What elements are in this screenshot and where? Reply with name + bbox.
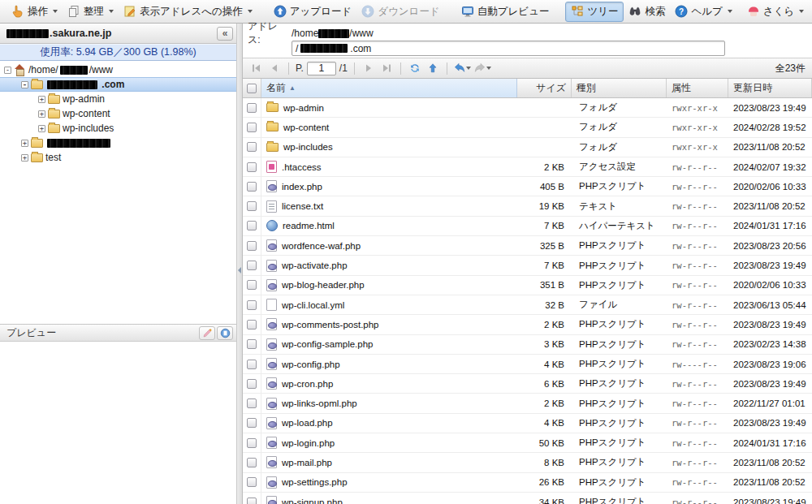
- row-checkbox[interactable]: [247, 379, 257, 389]
- file-name[interactable]: wp-includes: [283, 142, 333, 152]
- page-number-input[interactable]: 1: [307, 62, 336, 75]
- table-row[interactable]: wp-links-opml.php 2 KB PHPスクリプト rw-r--r-…: [243, 394, 812, 413]
- tree-item[interactable]: + wp-content: [0, 106, 236, 121]
- table-row[interactable]: readme.html 7 KB ハイパーテキスト rw-r--r-- 2024…: [243, 217, 812, 236]
- tree-expander-icon[interactable]: -: [21, 81, 28, 88]
- table-row[interactable]: wp-blog-header.php 351 B PHPスクリプト rw-r--…: [243, 276, 812, 295]
- file-name[interactable]: readme.html: [283, 221, 335, 230]
- tree-expander-icon[interactable]: +: [21, 154, 28, 162]
- row-checkbox[interactable]: [247, 241, 257, 251]
- row-checkbox[interactable]: [247, 320, 257, 330]
- next-page-button[interactable]: [361, 61, 376, 76]
- column-header-attr[interactable]: 属性: [667, 79, 728, 97]
- file-name[interactable]: wp-content: [283, 123, 329, 132]
- row-checkbox[interactable]: [247, 398, 257, 408]
- table-row[interactable]: wp-config.php 4 KB PHPスクリプト rw----r-- 20…: [243, 355, 812, 374]
- file-name[interactable]: wp-cli.local.yml: [282, 300, 344, 310]
- first-page-button[interactable]: [249, 61, 264, 76]
- file-name[interactable]: wp-blog-header.php: [282, 280, 365, 290]
- operate-menu-button[interactable]: 操作: [6, 2, 63, 21]
- help-menu-button[interactable]: ? ヘルプ: [670, 2, 736, 21]
- file-name[interactable]: wp-settings.php: [282, 477, 348, 487]
- address-input[interactable]: / .com: [292, 41, 725, 56]
- table-row[interactable]: wp-includes フォルダ rwxr-xr-x 2023/11/08 20…: [243, 138, 812, 157]
- row-checkbox[interactable]: [247, 498, 257, 504]
- table-row[interactable]: wp-load.php 4 KB PHPスクリプト rw-r--r-- 2023…: [243, 414, 812, 433]
- row-checkbox[interactable]: [247, 201, 257, 211]
- file-name[interactable]: wp-load.php: [282, 418, 333, 428]
- select-all-checkbox[interactable]: [247, 84, 257, 93]
- table-row[interactable]: wp-settings.php 26 KB PHPスクリプト rw-r--r--…: [243, 473, 812, 493]
- tree-item[interactable]: + wp-includes: [0, 121, 236, 136]
- search-button[interactable]: 検索: [624, 2, 670, 21]
- address-operations-menu-button[interactable]: 表示アドレスへの操作: [119, 2, 257, 21]
- table-row[interactable]: .htaccess 2 KB アクセス設定 rw-r--r-- 2024/02/…: [243, 157, 812, 177]
- parent-directory-button[interactable]: [425, 61, 440, 76]
- table-row[interactable]: wp-activate.php 7 KB PHPスクリプト rw-r--r-- …: [243, 256, 812, 275]
- row-checkbox[interactable]: [247, 339, 257, 349]
- column-header-date[interactable]: 更新日時: [728, 79, 812, 97]
- organize-menu-button[interactable]: 整理: [63, 2, 119, 21]
- row-checkbox[interactable]: [247, 103, 257, 113]
- file-name[interactable]: wp-links-opml.php: [282, 398, 357, 408]
- row-checkbox[interactable]: [247, 360, 257, 369]
- tree-expander-icon[interactable]: +: [38, 110, 45, 118]
- back-button[interactable]: [454, 61, 471, 76]
- file-name[interactable]: wp-activate.php: [282, 261, 348, 270]
- tree-toggle-button[interactable]: ツリー: [565, 2, 624, 22]
- table-row[interactable]: wp-cron.php 6 KB PHPスクリプト rw-r--r-- 2023…: [243, 374, 812, 394]
- file-name[interactable]: wordfence-waf.php: [282, 241, 361, 251]
- tree-expander-icon[interactable]: +: [38, 96, 45, 103]
- table-row[interactable]: wp-login.php 50 KB PHPスクリプト rw-r--r-- 20…: [243, 433, 812, 453]
- table-row[interactable]: wp-admin フォルダ rwxr-xr-x 2023/08/23 19:49: [243, 98, 812, 118]
- table-row[interactable]: index.php 405 B PHPスクリプト rw-r--r-- 2020/…: [243, 177, 812, 196]
- table-row[interactable]: wordfence-waf.php 325 B PHPスクリプト rw-r--r…: [243, 236, 812, 256]
- file-name[interactable]: wp-config-sample.php: [282, 339, 374, 349]
- row-checkbox[interactable]: [247, 418, 257, 428]
- tree-item[interactable]: + wp-admin: [0, 92, 236, 106]
- preview-edit-button[interactable]: [199, 326, 215, 340]
- file-name[interactable]: wp-login.php: [282, 438, 335, 448]
- table-row[interactable]: wp-config-sample.php 3 KB PHPスクリプト rw-r-…: [243, 335, 812, 355]
- splitter-collapse-icon[interactable]: [238, 267, 241, 274]
- file-name[interactable]: wp-mail.php: [282, 458, 332, 467]
- prev-page-button[interactable]: [267, 61, 282, 76]
- row-checkbox[interactable]: [247, 477, 257, 487]
- file-name[interactable]: wp-signup.php: [282, 498, 343, 504]
- tree-item[interactable]: +: [0, 136, 236, 150]
- tree-item[interactable]: - .com: [0, 77, 236, 92]
- tree-expander-icon[interactable]: +: [21, 140, 28, 147]
- sidebar-collapse-button[interactable]: «: [217, 27, 233, 41]
- tree-item[interactable]: + test: [0, 150, 236, 165]
- file-name[interactable]: wp-cron.php: [282, 379, 333, 389]
- tree-expander-icon[interactable]: +: [38, 125, 45, 132]
- row-checkbox[interactable]: [247, 182, 257, 192]
- panel-splitter[interactable]: [237, 24, 243, 504]
- last-page-button[interactable]: [379, 61, 394, 76]
- tree-expander-icon[interactable]: -: [4, 67, 11, 74]
- column-header-name[interactable]: 名前▲: [261, 79, 517, 97]
- row-checkbox[interactable]: [247, 123, 257, 132]
- table-row[interactable]: wp-mail.php 8 KB PHPスクリプト rw-r--r-- 2023…: [243, 453, 812, 472]
- row-checkbox[interactable]: [247, 162, 257, 172]
- tree-item[interactable]: - /home//www: [0, 62, 236, 77]
- row-checkbox[interactable]: [247, 261, 257, 270]
- upload-button[interactable]: アップロード: [269, 2, 356, 21]
- file-name[interactable]: wp-config.php: [282, 360, 340, 369]
- file-name[interactable]: index.php: [282, 182, 322, 192]
- table-row[interactable]: license.txt 19 KB テキスト rw-r--r-- 2023/11…: [243, 196, 812, 216]
- column-header-type[interactable]: 種別: [572, 79, 667, 97]
- table-row[interactable]: wp-cli.local.yml 32 B ファイル rw-r--r-- 202…: [243, 295, 812, 315]
- forward-button[interactable]: [474, 61, 491, 76]
- file-name[interactable]: license.txt: [282, 201, 323, 211]
- file-name[interactable]: .htaccess: [282, 162, 322, 172]
- account-menu-button[interactable]: さくら: [742, 2, 809, 21]
- table-row[interactable]: wp-content フォルダ rwxr-xr-x 2024/02/28 19:…: [243, 118, 812, 137]
- file-name[interactable]: wp-comments-post.php: [282, 320, 379, 330]
- table-row[interactable]: wp-comments-post.php 2 KB PHPスクリプト rw-r-…: [243, 315, 812, 334]
- table-row[interactable]: wp-signup.php 34 KB PHPスクリプト rw-r--r-- 2…: [243, 493, 812, 504]
- row-checkbox[interactable]: [247, 458, 257, 467]
- file-name[interactable]: wp-admin: [283, 103, 324, 113]
- refresh-button[interactable]: [408, 61, 422, 76]
- preview-view-button[interactable]: [217, 326, 233, 340]
